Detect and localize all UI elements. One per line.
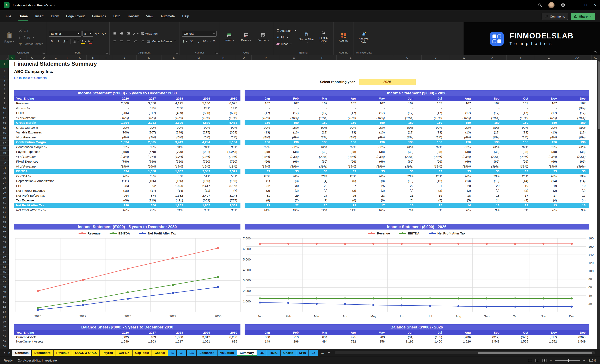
cell[interactable]: 90% — [302, 126, 331, 129]
cell[interactable]: 136 — [244, 140, 273, 144]
column-header-R[interactable]: R — [308, 55, 337, 60]
cell[interactable]: (38) — [560, 150, 589, 154]
cell[interactable]: 958 — [359, 340, 388, 343]
menu-tab-data[interactable]: Data — [110, 10, 124, 22]
collapse-ribbon-icon[interactable] — [594, 51, 597, 54]
cell[interactable]: (10%) — [244, 116, 273, 120]
column-nov[interactable]: Nov — [532, 331, 560, 334]
cell[interactable]: 656 — [132, 203, 159, 207]
align-middle-button[interactable] — [119, 31, 125, 36]
cell[interactable]: (39%) — [532, 165, 560, 168]
cell[interactable]: (17) — [132, 189, 159, 192]
cell[interactable]: (23%) — [388, 155, 417, 158]
cell[interactable]: (155) — [417, 335, 446, 339]
cell[interactable]: (6) — [331, 199, 359, 202]
cell[interactable]: - — [417, 106, 446, 110]
cell[interactable]: (23%) — [359, 155, 388, 158]
cell[interactable]: 722 — [331, 340, 359, 343]
sheet-tab-payroll[interactable]: Payroll — [100, 350, 116, 356]
cell[interactable]: (14) — [159, 189, 186, 192]
cell[interactable]: 150 — [302, 121, 331, 124]
row-header-43[interactable]: 43 — [0, 260, 9, 265]
cell[interactable]: (429) — [159, 111, 186, 115]
cell[interactable]: 20% — [532, 174, 560, 178]
column-dec[interactable]: Dec — [560, 331, 589, 334]
cell[interactable]: (17) — [302, 111, 331, 115]
zoom-out-button[interactable]: − — [550, 358, 552, 363]
cell[interactable]: 20% — [417, 174, 446, 178]
column-header-V[interactable]: V — [422, 55, 450, 60]
row-header-37[interactable]: 37 — [0, 230, 9, 235]
cell[interactable]: (19%) — [159, 165, 186, 168]
cell[interactable]: 33 — [273, 169, 302, 173]
cell[interactable]: 1,058 — [132, 169, 159, 173]
row-header-45[interactable]: 45 — [0, 270, 9, 274]
cell[interactable]: (22%) — [132, 155, 159, 158]
cell[interactable]: 3,696 — [159, 121, 186, 124]
cell[interactable]: 1,634 — [105, 140, 132, 144]
cell[interactable]: 167 — [532, 101, 560, 105]
cell[interactable]: 84% — [159, 145, 186, 149]
cell[interactable]: 1,549 — [105, 340, 132, 343]
cell[interactable]: (608) — [213, 111, 240, 115]
row-header-42[interactable]: 42 — [0, 255, 9, 260]
cell[interactable]: - — [331, 106, 359, 110]
decrease-decimal-button[interactable]: ←.00 — [209, 38, 216, 44]
cell[interactable]: 8% — [445, 208, 474, 212]
cell[interactable]: 90% — [132, 126, 159, 129]
cell[interactable]: 264 — [105, 194, 132, 197]
row-label[interactable]: Non-Current Assets — [14, 340, 105, 343]
cell[interactable]: 9% — [388, 208, 417, 212]
cell[interactable]: (8%) — [359, 136, 388, 139]
cell[interactable]: (13) — [560, 131, 589, 134]
clipboard-dialog-launcher[interactable] — [43, 52, 45, 54]
row-label[interactable]: % of Revenue — [14, 136, 105, 139]
cell[interactable]: (790) — [159, 160, 186, 163]
row-label[interactable]: Net Profit After Tax — [14, 203, 105, 207]
sheet-tab-summary[interactable]: Summary — [237, 350, 257, 356]
row-label[interactable]: Gross Margin % — [14, 126, 105, 129]
row-header-33[interactable]: 33 — [0, 210, 9, 215]
minimize-button[interactable]: ─ — [572, 0, 581, 10]
cell[interactable]: (66) — [445, 160, 474, 163]
cell[interactable]: 21 — [417, 184, 446, 188]
cell[interactable]: 136 — [331, 140, 359, 144]
cell[interactable]: (66) — [244, 160, 273, 163]
cell[interactable]: 13 — [503, 203, 532, 207]
row-header-35[interactable]: 35 — [0, 220, 9, 225]
column-header-I[interactable]: I — [100, 55, 112, 60]
cell[interactable]: (66) — [560, 160, 589, 163]
row-header-1[interactable]: 1 — [0, 60, 9, 68]
row-header-54[interactable]: 54 — [0, 314, 9, 319]
cell[interactable]: 167 — [359, 101, 388, 105]
cell[interactable]: (4) — [474, 199, 503, 202]
cell[interactable]: 22 — [273, 203, 302, 207]
cell[interactable]: - — [532, 106, 560, 110]
cell[interactable]: (38) — [532, 150, 560, 154]
cell[interactable]: (166) — [132, 179, 159, 183]
cell[interactable]: 90% — [560, 126, 589, 129]
cell[interactable]: (2) — [474, 189, 503, 192]
align-top-button[interactable] — [112, 31, 118, 36]
tab-scroll-left-icon[interactable]: ◀ — [2, 351, 7, 354]
cell[interactable]: (111) — [105, 179, 132, 183]
column-header-AA[interactable]: AA — [563, 55, 591, 60]
row-label[interactable]: Tax Expense — [14, 199, 105, 202]
cell[interactable]: (6) — [331, 179, 359, 183]
cell[interactable]: (260) — [445, 335, 474, 339]
row-label[interactable]: % of Revenue — [14, 165, 105, 168]
cell[interactable]: 11% — [331, 208, 359, 212]
cell[interactable]: (4) — [560, 199, 589, 202]
cell[interactable]: (10%) — [132, 116, 159, 120]
cell[interactable]: 8% — [532, 208, 560, 212]
font-name-select[interactable]: Tahoma — [49, 31, 82, 36]
cell[interactable]: 283 — [105, 184, 132, 188]
cell[interactable]: 14 — [445, 203, 474, 207]
column-2029[interactable]: 2029 — [186, 97, 213, 100]
cell[interactable]: 1,552 — [532, 340, 560, 343]
user-avatar[interactable] — [548, 2, 554, 8]
cell[interactable]: 90% — [445, 126, 474, 129]
row-header-18[interactable]: 18 — [0, 146, 9, 151]
row-label[interactable]: Contribution Margin % — [14, 145, 105, 149]
sheet-tab-bs[interactable]: BS — [187, 350, 197, 356]
